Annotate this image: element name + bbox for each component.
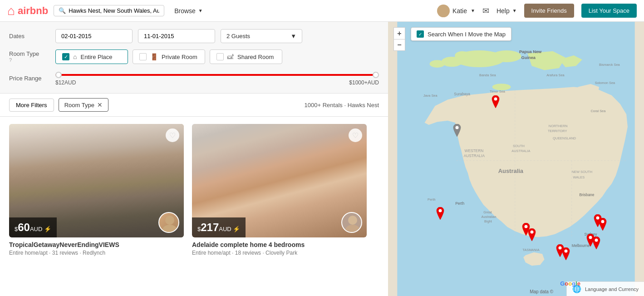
search-bar[interactable]: 🔍 xyxy=(54,5,164,16)
price-badge-2: $217AUD ⚡ xyxy=(192,217,246,237)
map-data-label: Map data © xyxy=(530,289,553,294)
svg-text:Great: Great xyxy=(483,210,492,214)
list-your-space-button[interactable]: List Your Space xyxy=(581,4,637,18)
svg-text:Australian: Australian xyxy=(482,215,497,219)
listing-reviews-count-2: 18 reviews xyxy=(235,250,261,256)
map-container[interactable]: Surabaya Banda Sea Papua New Guinea Araf… xyxy=(388,22,644,296)
svg-text:SOUTH: SOUTH xyxy=(513,144,525,148)
svg-text:TASMANIA: TASMANIA xyxy=(522,248,539,252)
slider-thumb-left[interactable] xyxy=(55,72,62,78)
listings: ♡ $60AUD ⚡ TropicalGetawayNeverEndingVIE… xyxy=(0,117,388,296)
more-filters-button[interactable]: More Filters xyxy=(9,99,54,112)
help-button[interactable]: Help ▼ xyxy=(497,7,517,15)
search-when-move-checkbox[interactable]: ✓ xyxy=(417,30,424,38)
price-range-row: Price Range $12AUD $1000+AUD xyxy=(9,70,379,86)
svg-point-50 xyxy=(494,98,497,101)
room-option-shared[interactable]: 🛋 Shared Room xyxy=(210,49,282,64)
svg-text:Arafura Sea: Arafura Sea xyxy=(546,73,565,77)
private-room-checkbox[interactable] xyxy=(139,53,147,60)
listing-type-2: Entire home/apt xyxy=(192,250,231,256)
map-controls: + − xyxy=(393,27,405,51)
svg-text:AUSTRALIA: AUSTRALIA xyxy=(511,149,530,153)
listing-location-2: Clovelly Park xyxy=(265,250,297,256)
map-pin-bris2[interactable] xyxy=(598,218,608,231)
dates-guests-row: Dates 2 Guests ▼ xyxy=(9,29,379,43)
invite-friends-button[interactable]: Invite Friends xyxy=(524,4,574,18)
svg-text:Coral Sea: Coral Sea xyxy=(590,109,606,113)
svg-point-11 xyxy=(455,51,470,60)
zoom-out-button[interactable]: − xyxy=(393,39,405,51)
listing-title-1: TropicalGetawayNeverEndingVIEWS xyxy=(9,241,184,248)
zoom-in-button[interactable]: + xyxy=(393,27,405,39)
slider-track[interactable] xyxy=(55,74,379,76)
slider-thumb-right[interactable] xyxy=(373,72,379,78)
listing-card-1[interactable]: ♡ $60AUD ⚡ TropicalGetawayNeverEndingVIE… xyxy=(9,124,184,289)
map-pin-melb2[interactable] xyxy=(561,247,571,260)
svg-point-51 xyxy=(456,126,459,129)
header-right: Katie ▼ ✉ Help ▼ Invite Friends List You… xyxy=(437,4,637,18)
svg-text:Perth: Perth xyxy=(428,197,436,202)
map-pin-timor[interactable] xyxy=(491,95,501,108)
price-slider: $12AUD $1000+AUD xyxy=(55,70,379,86)
map-pin-nsw2[interactable] xyxy=(591,237,601,249)
svg-text:Perth: Perth xyxy=(455,201,464,206)
favorite-button-2[interactable]: ♡ xyxy=(349,128,362,142)
listing-reviews-count-1: 31 reviews xyxy=(52,250,78,256)
svg-text:Banda Sea: Banda Sea xyxy=(479,73,497,77)
end-date-input[interactable] xyxy=(138,29,215,43)
room-option-entire[interactable]: ✓ ⌂ Entire Place xyxy=(55,49,128,64)
svg-point-54 xyxy=(531,231,534,234)
map-pin-grey[interactable] xyxy=(452,124,462,137)
lightning-icon-2: ⚡ xyxy=(231,226,241,232)
svg-text:AUSTRALIA: AUSTRALIA xyxy=(464,153,485,158)
language-currency-label: Language and Currency xyxy=(585,286,639,292)
messages-icon[interactable]: ✉ xyxy=(482,6,489,16)
search-when-move-toggle[interactable]: ✓ Search When I Move the Map xyxy=(411,27,511,41)
svg-text:TERRITORY: TERRITORY xyxy=(548,129,567,133)
guests-label: 2 Guests xyxy=(226,33,250,39)
listing-image-2: ♡ $217AUD ⚡ xyxy=(192,124,367,237)
favorite-button-1[interactable]: ♡ xyxy=(166,128,179,142)
search-input[interactable] xyxy=(69,7,159,14)
shared-room-checkbox[interactable] xyxy=(216,53,224,60)
airbnb-logo-icon: ⌂ xyxy=(7,4,15,18)
listing-type-1: Entire home/apt xyxy=(9,250,48,256)
active-filters-bar: More Filters Room Type ✕ 1000+ Rentals ·… xyxy=(0,94,388,117)
entire-place-label: Entire Place xyxy=(80,54,112,60)
results-info: 1000+ Rentals · Hawks Nest xyxy=(305,102,379,109)
room-option-private[interactable]: 🚪 Private Room xyxy=(133,49,205,64)
guests-select[interactable]: 2 Guests ▼ xyxy=(221,29,302,43)
room-type-row: Room Type ? ✓ ⌂ Entire Place 🚪 Private R… xyxy=(9,49,379,64)
listing-title-2: Adelaide complete home 4 bedrooms xyxy=(192,241,367,248)
user-name: Katie xyxy=(452,7,467,15)
svg-point-4 xyxy=(348,216,357,225)
svg-text:Guinea: Guinea xyxy=(521,55,536,60)
user-profile[interactable]: Katie ▼ xyxy=(437,5,475,17)
start-date-input[interactable] xyxy=(55,29,133,43)
browse-button[interactable]: Browse ▼ xyxy=(170,5,207,17)
room-type-tag-label: Room Type xyxy=(64,102,94,109)
map-panel[interactable]: Surabaya Banda Sea Papua New Guinea Araf… xyxy=(388,22,644,296)
room-type-tag-close-icon[interactable]: ✕ xyxy=(97,101,103,109)
main-content: Dates 2 Guests ▼ Room Type ? ✓ ⌂ xyxy=(0,22,644,296)
map-svg: Surabaya Banda Sea Papua New Guinea Araf… xyxy=(388,22,644,296)
listing-reviews-2: · xyxy=(232,250,235,256)
svg-point-8 xyxy=(492,50,521,62)
svg-point-58 xyxy=(595,239,598,242)
room-type-help-icon[interactable]: ? xyxy=(9,57,50,63)
svg-point-0 xyxy=(441,6,446,12)
svg-text:NORTHERN: NORTHERN xyxy=(549,124,568,128)
room-type-filter-tag[interactable]: Room Type ✕ xyxy=(59,98,108,112)
price-amount-1: 60 xyxy=(18,221,30,233)
entire-place-checkbox[interactable]: ✓ xyxy=(62,53,69,60)
price-labels: $12AUD $1000+AUD xyxy=(55,79,379,86)
price-range-label: Price Range xyxy=(9,75,50,82)
shared-room-label: Shared Room xyxy=(237,54,274,60)
listing-card-2[interactable]: ♡ $217AUD ⚡ Adelaide complete home 4 bed… xyxy=(192,124,367,289)
map-pin-adelaide2[interactable] xyxy=(527,228,537,241)
svg-text:Timor Sea: Timor Sea xyxy=(490,89,506,94)
map-pin-perth[interactable] xyxy=(435,207,445,220)
listing-info-1: TropicalGetawayNeverEndingVIEWS Entire h… xyxy=(9,237,184,256)
svg-text:WESTERN: WESTERN xyxy=(465,148,484,153)
search-when-move-label: Search When I Move the Map xyxy=(428,31,506,38)
